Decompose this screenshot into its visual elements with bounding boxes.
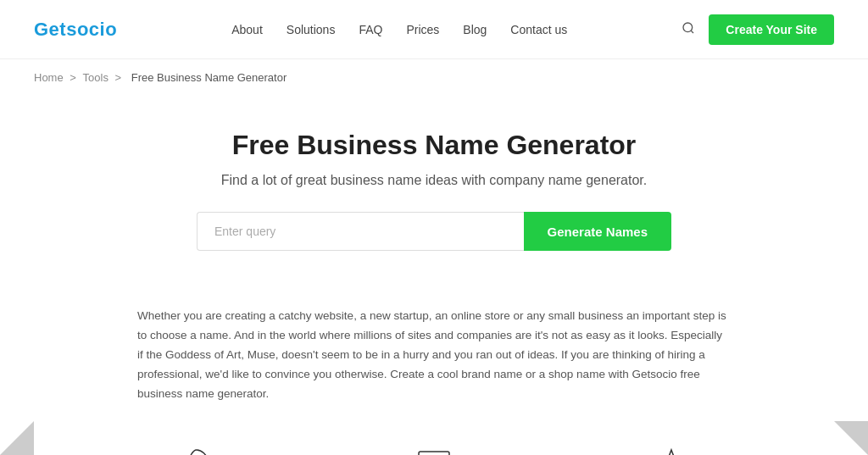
svg-marker-6 [656,450,687,455]
navbar: Getsocio About Solutions FAQ Prices Blog… [0,0,868,59]
svg-point-0 [683,23,693,32]
page-title: Free Business Name Generator [34,130,834,161]
feature-startup: Startup name generator Our cool name gen… [103,441,290,455]
corner-decoration-right [834,421,868,455]
breadcrumb: Home > Tools > Free Business Name Genera… [0,59,868,96]
nav-faq[interactable]: FAQ [359,23,382,36]
nav-solutions[interactable]: Solutions [287,23,336,36]
breadcrumb-current: Free Business Name Generator [131,71,287,84]
star-icon [648,441,695,455]
nav-about[interactable]: About [231,23,263,36]
rocket-icon [173,441,220,455]
create-site-button[interactable]: Create Your Site [709,14,834,45]
monitor-icon [410,441,458,455]
nav-links: About Solutions FAQ Prices Blog Contact … [231,23,567,36]
nav-blog[interactable]: Blog [463,23,487,36]
features-section: Startup name generator Our cool name gen… [53,404,815,455]
breadcrumb-tools[interactable]: Tools [83,71,108,84]
search-icon[interactable] [682,21,695,38]
nav-right: Create Your Site [682,14,834,45]
brand-logo[interactable]: Getsocio [34,19,117,41]
feature-website: Website name generator The name builder … [341,441,527,455]
nav-prices[interactable]: Prices [406,23,439,36]
generate-names-button[interactable]: Generate Names [524,212,671,251]
feature-brand: Brand name generator The application hel… [578,441,765,455]
description-text: Whether you are creating a catchy websit… [103,307,765,404]
nav-contact[interactable]: Contact us [510,23,567,36]
hero-subtitle: Find a lot of great business name ideas … [34,173,834,188]
svg-rect-3 [419,452,449,455]
breadcrumb-home[interactable]: Home [34,71,64,84]
corner-decoration-left [0,421,34,455]
svg-line-1 [691,31,693,33]
search-bar: Generate Names [197,212,671,251]
breadcrumb-sep1: > [70,71,79,84]
query-input[interactable] [197,212,524,251]
breadcrumb-sep2: > [115,71,125,84]
hero-section: Free Business Name Generator Find a lot … [0,96,868,276]
